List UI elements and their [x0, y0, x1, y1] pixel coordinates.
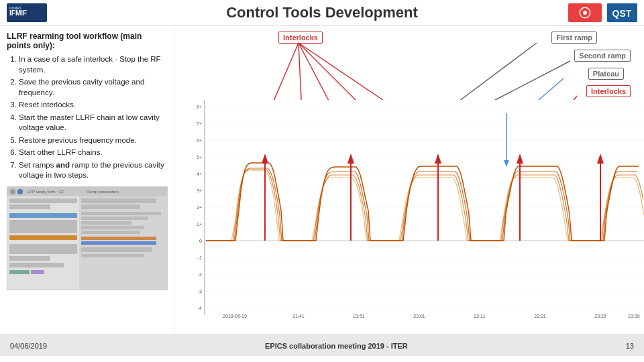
svg-text:7+: 7+: [197, 121, 202, 126]
list-item: Reset interlocks.: [19, 100, 167, 111]
ss-right-group: [81, 212, 165, 234]
ss-topbar: LFP cavity form ‧ CF Ramp parameters: [7, 187, 167, 196]
svg-text:-2: -2: [198, 272, 202, 277]
list-item: Save the previous cavity voltage and fre…: [19, 77, 167, 98]
list-item: Start the master LLRF chain at low cavit…: [19, 113, 167, 133]
svg-text:23:39: 23:39: [628, 314, 640, 318]
ss-row: [9, 235, 77, 240]
svg-text:22:21: 22:21: [534, 314, 546, 318]
svg-text:DONES: DONES: [9, 6, 21, 10]
ss-row: [9, 213, 77, 218]
interlocks-top-label: Interlocks: [278, 32, 323, 44]
screenshot-thumbnail: LFP cavity form ‧ CF Ramp parameters: [7, 186, 168, 290]
ss-row: [81, 221, 131, 225]
list-item: Set ramps and ramp to the previous cavit…: [19, 160, 167, 181]
main-content: LLRF rearming tool workflow (main points…: [0, 26, 644, 335]
svg-text:23:29: 23:29: [594, 314, 606, 318]
svg-rect-17: [178, 100, 644, 321]
footer-date: 04/06/2019: [10, 342, 47, 350]
second-ramp-label: Second ramp: [574, 50, 631, 62]
ss-blue-bar: [81, 241, 156, 245]
svg-text:IFMIF: IFMIF: [9, 9, 27, 17]
first-ramp-label: First ramp: [551, 32, 597, 44]
ss-row: [9, 220, 77, 233]
logo-left-area: IFMIF DONES: [7, 3, 47, 22]
footer: 04/06/2019 EPICS collaboration meeting 2…: [0, 335, 644, 356]
main-chart: 8+ 7+ 6+ 5+ 4+ 3+ 2+ 1+ 0 -1 -2 -3 -4: [178, 100, 644, 321]
svg-text:QST: QST: [612, 8, 632, 19]
ss-row: [81, 231, 140, 234]
ss-title-text: LFP cavity form ‧ CF: [28, 189, 64, 194]
ss-dot-blue: [17, 189, 23, 194]
svg-text:-4: -4: [198, 306, 202, 310]
workflow-list: In a case of a safe interlock - Stop the…: [7, 54, 167, 181]
ss-row: [9, 204, 50, 209]
workflow-heading: LLRF rearming tool workflow (main points…: [7, 32, 167, 50]
ss-row: [9, 198, 77, 203]
header: IFMIF DONES Control Tools Development QS…: [0, 0, 644, 26]
interlocks-bottom-label: Interlocks: [586, 85, 631, 97]
ss-orange-bar: [81, 237, 156, 240]
svg-text:5+: 5+: [197, 155, 202, 160]
ss-title-text2: Ramp parameters: [87, 190, 119, 194]
fusion-logo: [568, 3, 602, 22]
list-item: In a case of a safe interlock - Stop the…: [19, 54, 167, 75]
ss-dot: [10, 189, 15, 194]
svg-text:-3: -3: [198, 289, 202, 294]
page-title: Control Tools Development: [226, 4, 418, 21]
screenshot-content: LFP cavity form ‧ CF Ramp parameters: [7, 187, 167, 290]
ss-row: [9, 244, 77, 254]
ss-right-col: [79, 196, 167, 290]
svg-text:1+: 1+: [197, 222, 202, 227]
right-panel: Interlocks First ramp Second ramp Platea…: [174, 26, 644, 335]
qst-logo: QST: [607, 3, 637, 22]
ss-row: [9, 263, 64, 267]
svg-text:2018-05-19: 2018-05-19: [223, 314, 247, 318]
svg-text:21:51: 21:51: [353, 314, 365, 318]
ss-body: [7, 196, 167, 290]
svg-text:6+: 6+: [197, 138, 202, 143]
ss-chip: [9, 270, 30, 274]
ss-row: [81, 247, 152, 252]
svg-text:4+: 4+: [197, 172, 202, 176]
svg-text:0: 0: [199, 239, 202, 243]
left-panel: LLRF rearming tool workflow (main points…: [0, 26, 174, 335]
ss-row: [81, 226, 144, 229]
svg-text:21:41: 21:41: [292, 314, 305, 318]
footer-event: EPICS collaboration meeting 2019 - ITER: [265, 342, 408, 350]
list-item: Start other LLRF chains.: [19, 147, 167, 158]
ss-row: [81, 212, 161, 215]
ss-left-col: [7, 196, 79, 290]
ss-row: [9, 256, 50, 261]
ss-bottom-row: [9, 270, 77, 274]
svg-point-5: [583, 11, 587, 15]
svg-text:22:01: 22:01: [413, 314, 425, 318]
ss-row: [81, 204, 140, 209]
logo-right-area: QST: [568, 3, 637, 22]
svg-text:22:11: 22:11: [474, 314, 486, 318]
svg-text:2+: 2+: [197, 205, 202, 210]
svg-text:8+: 8+: [197, 105, 202, 109]
ifmif-logo: IFMIF DONES: [7, 3, 47, 22]
ss-row: [81, 217, 148, 220]
svg-text:3+: 3+: [197, 188, 202, 193]
ss-row: [81, 254, 144, 257]
plateau-label: Plateau: [588, 68, 624, 80]
ss-chip: [31, 270, 44, 274]
list-item: Restore previous frequency mode.: [19, 135, 167, 146]
footer-page: 13: [626, 342, 634, 350]
svg-text:-1: -1: [198, 255, 202, 260]
ss-row: [81, 198, 156, 203]
